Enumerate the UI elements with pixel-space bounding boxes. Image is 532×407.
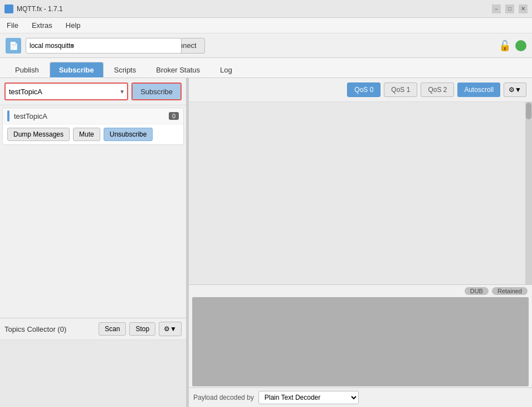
collector-settings-button[interactable]: ⚙▼	[159, 322, 182, 336]
maximize-button[interactable]: □	[505, 4, 514, 13]
tab-scripts[interactable]: Scripts	[105, 62, 146, 77]
connection-status-indicator	[515, 40, 526, 51]
window-controls: – □ ✕	[492, 4, 528, 13]
payload-decoder-select[interactable]: Plain Text Decoder	[258, 391, 359, 404]
subscription-actions: Dump Messages Mute Unsubscribe	[3, 124, 183, 144]
tab-subscribe[interactable]: Subscribe	[50, 62, 104, 78]
message-body	[192, 297, 529, 386]
right-panel: QoS 0 QoS 1 QoS 2 Autoscroll ⚙▼ DUB Reta…	[189, 78, 532, 407]
subscription-color-bar	[7, 110, 9, 122]
dump-messages-button[interactable]: Dump Messages	[7, 128, 70, 141]
subscribe-bar: ▼ Subscribe	[0, 78, 186, 105]
lock-icon: 🔓	[499, 40, 511, 52]
qos2-button[interactable]: QoS 2	[421, 83, 454, 97]
broker-icon: 📄	[6, 38, 21, 54]
payload-row: Payload decoded by Plain Text Decoder	[189, 387, 532, 407]
tab-log[interactable]: Log	[211, 62, 242, 77]
message-settings-button[interactable]: ⚙▼	[504, 83, 526, 97]
collector-content	[0, 340, 186, 407]
message-tags-row: DUB Retained	[189, 285, 532, 297]
subscription-header: testTopicA 0	[3, 108, 183, 124]
tab-broker-status[interactable]: Broker Status	[147, 62, 209, 77]
qos1-button[interactable]: QoS 1	[384, 83, 417, 97]
stop-button[interactable]: Stop	[129, 322, 155, 336]
subscription-count-badge: 0	[169, 112, 179, 120]
menu-help[interactable]: Help	[64, 20, 83, 31]
subscribe-btn-wrap: Subscribe	[131, 83, 182, 100]
close-button[interactable]: ✕	[519, 4, 528, 13]
topic-dropdown-arrow-icon: ▼	[119, 89, 125, 95]
tab-publish[interactable]: Publish	[6, 62, 48, 77]
mute-button[interactable]: Mute	[73, 128, 100, 141]
scrollbar-thumb	[526, 103, 531, 119]
tab-bar: Publish Subscribe Scripts Broker Status …	[0, 58, 532, 78]
broker-select[interactable]: local mosquitto	[26, 38, 182, 54]
app-icon	[4, 4, 13, 13]
qos-bar: QoS 0 QoS 1 QoS 2 Autoscroll ⚙▼	[189, 78, 532, 102]
scan-button[interactable]: Scan	[99, 322, 126, 336]
left-panel: ▼ Subscribe testTopicA 0 Dump Messages M…	[0, 78, 187, 407]
collector-header: Topics Collector (0) Scan Stop ⚙▼	[0, 318, 186, 340]
topic-input-wrap: ▼	[4, 83, 128, 100]
topics-collector: Topics Collector (0) Scan Stop ⚙▼	[0, 318, 186, 407]
subscription-topic-name: testTopicA	[14, 112, 167, 120]
retained-tag: Retained	[492, 287, 528, 295]
vertical-scrollbar[interactable]	[525, 102, 532, 284]
subscriptions-list: testTopicA 0 Dump Messages Mute Unsubscr…	[0, 105, 186, 318]
dub-tag: DUB	[465, 287, 489, 295]
qos0-button[interactable]: QoS 0	[347, 83, 380, 97]
menu-file[interactable]: File	[4, 20, 21, 31]
topic-input[interactable]	[6, 84, 127, 99]
menu-extras[interactable]: Extras	[30, 20, 55, 31]
collector-title: Topics Collector (0)	[4, 325, 95, 333]
menu-bar: File Extras Help	[0, 18, 532, 33]
broker-select-wrap: local mosquitto ▼	[26, 38, 79, 54]
toolbar: 📄 local mosquitto ▼ ⚙ Connect Disconnect…	[0, 33, 532, 58]
payload-decoded-label: Payload decoded by	[193, 394, 254, 401]
minimize-button[interactable]: –	[492, 4, 501, 13]
unsubscribe-button[interactable]: Unsubscribe	[104, 128, 153, 141]
autoscroll-button[interactable]: Autoscroll	[457, 83, 500, 97]
subscription-item: testTopicA 0 Dump Messages Mute Unsubscr…	[2, 108, 184, 145]
subscribe-button[interactable]: Subscribe	[133, 84, 180, 99]
app-title: MQTT.fx - 1.7.1	[17, 5, 492, 13]
message-list-area	[189, 102, 532, 284]
main-content: ▼ Subscribe testTopicA 0 Dump Messages M…	[0, 78, 532, 407]
title-bar: MQTT.fx - 1.7.1 – □ ✕	[0, 0, 532, 18]
message-detail-area: DUB Retained Payload decoded by Plain Te…	[189, 284, 532, 407]
